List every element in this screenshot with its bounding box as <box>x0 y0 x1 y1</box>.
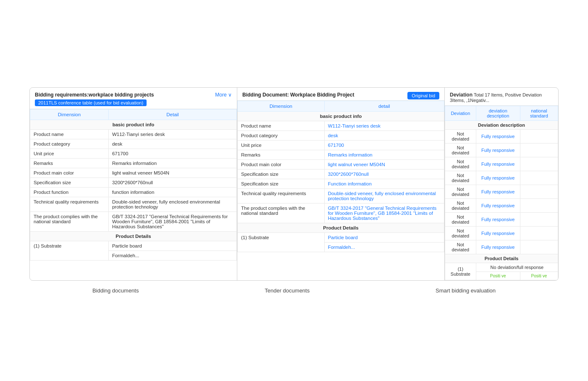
col-deviation: Deviation <box>445 106 476 121</box>
section-basic-info-label: basic product info <box>30 120 237 130</box>
dev-status-6: Not deviated <box>445 199 476 213</box>
table-row: (1) Substrate No deviation/full response <box>445 263 558 272</box>
det-national-standard-t: GB/T 3324-2017 "General Technical Requir… <box>324 204 444 223</box>
dev-desc-3: Fully responsive <box>476 157 520 171</box>
dev-std-1 <box>520 130 558 144</box>
det-main-color-t: light walnut veneer M504N <box>324 160 444 170</box>
dev-std-9 <box>520 240 558 254</box>
original-bid-area: Original bid <box>407 92 439 99</box>
section-product-details-d-label: Product Details <box>445 254 558 263</box>
dim-product-category-t: Product category <box>238 131 325 141</box>
det-product-category-t: desk <box>324 131 444 141</box>
table-row: Not deviated Fully responsive <box>445 157 558 171</box>
label-bidding-docs: Bidding documents <box>92 287 139 294</box>
det-tech-quality: Double-sided veneer, fully enclosed envi… <box>108 197 236 212</box>
original-bid-button[interactable]: Original bid <box>407 92 439 99</box>
table-row: Unit price 671700 <box>238 141 444 150</box>
table-row: Unit price 671700 <box>30 149 237 159</box>
table-row: Not deviated Fully responsive <box>445 199 558 213</box>
section-product-details-label: Product Details <box>30 232 237 241</box>
det-substrate-2: Formaldeh... <box>108 251 236 261</box>
tender-docs-panel: Bidding Document: Workplace Bidding Proj… <box>237 88 445 280</box>
dim-substrate-t: (1) Substrate <box>238 233 325 252</box>
section-basic-info-t-label: basic product info <box>238 112 444 121</box>
dev-status-1: Not deviated <box>445 130 476 144</box>
table-row: Remarks Remarks information <box>30 159 237 168</box>
section-dev-desc-label: Deviation description <box>445 121 558 130</box>
dim-main-color-t: Product main color <box>238 160 325 170</box>
table-row: Product category desk <box>30 139 237 149</box>
dim-unit-price: Unit price <box>30 149 109 159</box>
dev-no-deviation: No deviation/full response <box>476 263 558 272</box>
det-unit-price-t: 671700 <box>324 141 444 150</box>
table-row: Not deviated Fully responsive <box>445 213 558 227</box>
table-row: Not deviated Fully responsive <box>445 240 558 254</box>
tender-docs-table-scroll: Dimension detail basic product info Prod… <box>237 101 444 252</box>
dev-status-9: Not deviated <box>445 240 476 254</box>
det-product-function: function information <box>108 188 236 197</box>
table-row: Product function function information <box>30 188 237 197</box>
dim-substrate: (1) Substrate <box>30 241 109 261</box>
table-row: Technical quality requirements Double-si… <box>30 197 237 212</box>
col-national-standard: national standard <box>520 106 558 121</box>
det-national-standard: GB/T 3324-2017 "General Technical Requir… <box>108 212 236 232</box>
table-row: Product name W112-Tianyi series desk <box>238 121 444 131</box>
smart-eval-table: Deviation deviation description national… <box>445 106 558 280</box>
tender-docs-header: Bidding Document: Workplace Bidding Proj… <box>237 88 444 101</box>
table-row: Product main color light walnut veneer M… <box>238 160 444 170</box>
dim-national-standard-t: The product complies with the national s… <box>238 204 325 223</box>
dim-product-name: Product name <box>30 130 109 139</box>
table-row: Not deviated Fully responsive <box>445 227 558 240</box>
det-spec-size: 3200*2600*760null <box>108 178 236 188</box>
det-spec-size-t: 3200*2600*760null <box>324 170 444 179</box>
dev-std-5 <box>520 185 558 199</box>
col-detail: Detail <box>108 110 236 120</box>
more-button[interactable]: More ∨ <box>215 92 232 98</box>
bidding-docs-header: Bidding requirements:workplace bidding p… <box>30 88 237 109</box>
table-row: Technical quality requirements Double-si… <box>238 189 444 204</box>
dev-std-4 <box>520 171 558 185</box>
dim-spec-size-t2: Specification size <box>238 179 325 189</box>
dim-spec-size-t: Specification size <box>238 170 325 179</box>
section-basic-info: basic product info <box>30 120 237 130</box>
dev-desc-6: Fully responsive <box>476 199 520 213</box>
section-basic-info-t: basic product info <box>238 112 444 121</box>
section-product-details-t-label: Product Details <box>238 223 444 233</box>
dev-positive-1: Positi ve <box>476 272 520 280</box>
table-row: Product name W112-Tianyi series desk <box>30 130 237 139</box>
col-dimension-t: Dimension <box>238 101 325 112</box>
section-product-details: Product Details <box>30 232 237 241</box>
dev-std-6 <box>520 199 558 213</box>
table-row: Not deviated Fully responsive <box>445 185 558 199</box>
table-row: The product complies with the national s… <box>238 204 444 223</box>
dev-desc-9: Fully responsive <box>476 240 520 254</box>
det-main-color: light walnut veneer M504N <box>108 168 236 178</box>
panel-labels: Bidding documents Tender documents Smart… <box>29 287 559 294</box>
det-substrate-t2: Formaldeh... <box>324 243 444 252</box>
dev-std-8 <box>520 227 558 240</box>
table-row: Not deviated Fully responsive <box>445 130 558 144</box>
col-dev-description: deviation description <box>476 106 520 121</box>
dev-status-8: Not deviated <box>445 227 476 240</box>
smart-eval-table-scroll: Deviation deviation description national… <box>445 106 558 280</box>
bidding-docs-table: Dimension Detail basic product info Prod… <box>30 109 237 261</box>
dim-remarks-t: Remarks <box>238 150 325 160</box>
dev-status-3: Not deviated <box>445 157 476 171</box>
det-tech-quality-t: Double-sided veneer, fully enclosed envi… <box>324 189 444 204</box>
dim-unit-price-t: Unit price <box>238 141 325 150</box>
table-row: Not deviated Fully responsive <box>445 144 558 157</box>
dev-positive-2: Positi ve <box>520 272 558 280</box>
dev-substrate-dim: (1) Substrate <box>445 263 476 280</box>
det-product-name-t: W112-Tianyi series desk <box>324 121 444 131</box>
section-dev-desc: Deviation description <box>445 121 558 130</box>
table-row: Not deviated Fully responsive <box>445 171 558 185</box>
deviation-title: Deviation <box>450 92 472 98</box>
dim-tech-quality-t: Technical quality requirements <box>238 189 325 204</box>
smart-eval-panel: Deviation Total 17 Items, Positive Devia… <box>445 88 558 280</box>
dev-desc-2: Fully responsive <box>476 144 520 157</box>
table-row: Specification size 3200*2600*760null <box>238 170 444 179</box>
det-product-category: desk <box>108 139 236 149</box>
dim-spec-size: Specification size <box>30 178 109 188</box>
dev-desc-8: Fully responsive <box>476 227 520 240</box>
dev-desc-7: Fully responsive <box>476 213 520 227</box>
